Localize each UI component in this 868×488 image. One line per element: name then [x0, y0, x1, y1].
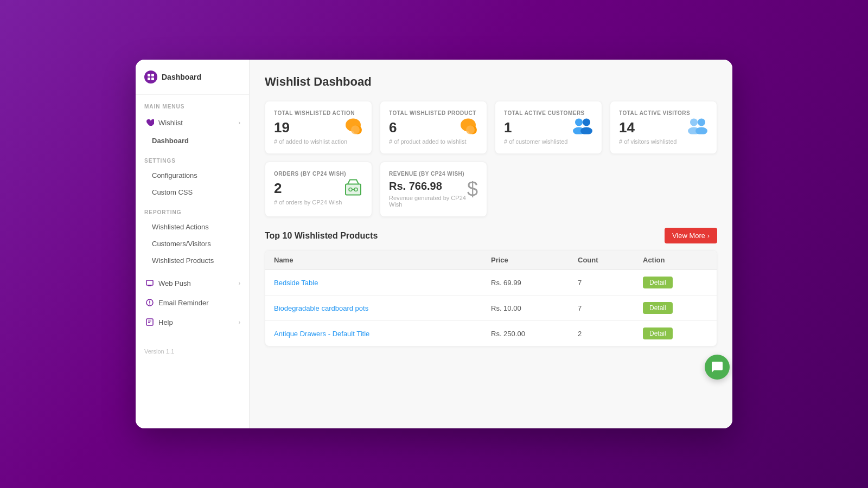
sidebar-item-web-push[interactable]: Web Push ›	[136, 273, 249, 293]
col-count: Count	[578, 256, 643, 264]
stat-label-0: TOTAL WISHLISTED ACTION	[274, 110, 363, 116]
col-action: Action	[643, 256, 708, 264]
svg-point-20	[583, 119, 590, 126]
sidebar-item-customers-visitors[interactable]: Customers/Visitors	[136, 235, 249, 252]
detail-button-1[interactable]: Detail	[643, 302, 673, 314]
stat-card-active-visitors: TOTAL ACTIVE VISITORS 14 # of visitors w…	[610, 101, 717, 154]
sidebar-item-email-reminder[interactable]: Email Reminder	[136, 293, 249, 312]
sidebar-item-custom-css[interactable]: Custom CSS	[136, 184, 249, 201]
product-price-0: Rs. 69.99	[491, 279, 578, 287]
svg-rect-4	[146, 280, 153, 285]
svg-point-18	[575, 119, 583, 126]
section-title: Top 10 Wishlisted Products	[265, 231, 378, 241]
svg-point-14	[351, 126, 360, 134]
main-menus-label: MAIN MENUS	[136, 95, 249, 113]
chevron-right-icon: ›	[239, 120, 240, 126]
stats-grid-row1: TOTAL WISHLISTED ACTION 19 # of added to…	[265, 101, 717, 154]
sidebar-item-wishlisted-products[interactable]: Wishlisted Products	[136, 252, 249, 269]
stat-card-wishlisted-action: TOTAL WISHLISTED ACTION 19 # of added to…	[265, 101, 372, 154]
svg-point-17	[466, 126, 475, 134]
table-row: Antique Drawers - Default Title Rs. 250.…	[265, 321, 717, 346]
product-action-0[interactable]: Detail	[643, 277, 708, 288]
view-more-button[interactable]: View More ›	[665, 228, 717, 243]
web-push-icon	[144, 278, 155, 288]
table-row: Bedside Table Rs. 69.99 7 Detail	[265, 270, 717, 296]
svg-rect-2	[148, 78, 150, 80]
empty-stat-4	[610, 162, 717, 217]
detail-button-2[interactable]: Detail	[643, 328, 673, 339]
stat-label-revenue: REVENUE (BY CP24 WISH)	[389, 171, 478, 177]
svg-rect-3	[151, 78, 154, 80]
stat-desc-1: # of product added to wishlist	[389, 138, 478, 145]
email-reminder-label: Email Reminder	[158, 299, 240, 307]
dashboard-icon	[144, 70, 157, 84]
product-price-2: Rs. 250.00	[491, 330, 578, 338]
page-title: Wishlist Dashboad	[265, 75, 717, 89]
svg-point-24	[698, 119, 705, 126]
sidebar-item-wishlisted-actions[interactable]: Wishlisted Actions	[136, 219, 249, 235]
stat-card-revenue: REVENUE (BY CP24 WISH) Rs. 766.98 Revenu…	[380, 162, 487, 217]
product-name-2[interactable]: Antique Drawers - Default Title	[274, 330, 491, 338]
sidebar-item-configurations[interactable]: Configurations	[136, 167, 249, 184]
email-reminder-icon	[144, 297, 155, 308]
wishlisted-products-label: Wishlisted Products	[152, 256, 240, 265]
dashboard-nav-label: Dashboard	[152, 137, 240, 145]
custom-css-label: Custom CSS	[152, 188, 240, 196]
table-header: Name Price Count Action	[265, 251, 717, 270]
product-action-1[interactable]: Detail	[643, 302, 708, 314]
product-price-1: Rs. 10.00	[491, 304, 578, 312]
sidebar-item-dashboard[interactable]: Dashboard	[136, 132, 249, 149]
stat-value-revenue: Rs. 766.98	[389, 180, 478, 192]
stat-card-active-customers: TOTAL ACTIVE CUSTOMERS 1 # of customer w…	[495, 101, 602, 154]
col-price: Price	[491, 256, 578, 264]
product-name-1[interactable]: Biodegradable cardboard pots	[274, 304, 491, 312]
settings-section-label: SETTINGS	[136, 149, 249, 167]
svg-rect-5	[148, 285, 151, 286]
stats-grid-row2: ORDERS (BY CP24 WISH) 2 # of orders by C…	[265, 162, 717, 217]
svg-rect-1	[151, 74, 154, 76]
stat-icon-revenue: $	[467, 178, 478, 201]
products-table: Name Price Count Action Bedside Table Rs…	[265, 250, 717, 346]
detail-button-0[interactable]: Detail	[643, 277, 673, 288]
stat-icon-1	[458, 116, 478, 139]
table-row: Biodegradable cardboard pots Rs. 10.00 7…	[265, 296, 717, 321]
svg-rect-0	[148, 74, 150, 76]
stat-label-orders: ORDERS (BY CP24 WISH)	[274, 171, 363, 177]
wishlist-label: Wishlist	[158, 119, 239, 127]
help-chevron-icon: ›	[239, 319, 240, 325]
customers-visitors-label: Customers/Visitors	[152, 240, 240, 248]
col-name: Name	[274, 256, 491, 264]
product-count-1: 7	[578, 304, 643, 312]
product-count-0: 7	[578, 279, 643, 287]
stat-desc-0: # of added to wishlist action	[274, 138, 363, 145]
sidebar-item-wishlist[interactable]: Wishlist ›	[136, 113, 249, 132]
svg-point-8	[149, 304, 150, 304]
product-count-2: 2	[578, 330, 643, 338]
svg-point-22	[690, 119, 698, 126]
stat-desc-2: # of customer wishlisted	[504, 138, 593, 145]
stat-card-orders: ORDERS (BY CP24 WISH) 2 # of orders by C…	[265, 162, 372, 217]
stat-desc-revenue: Revenue generated by CP24 Wish	[389, 195, 478, 208]
web-push-chevron-icon: ›	[239, 280, 240, 286]
stat-icon-0	[343, 116, 363, 139]
sidebar-version: Version 1.1	[136, 332, 249, 363]
web-push-label: Web Push	[158, 279, 239, 287]
main-content: Wishlist Dashboad TOTAL WISHLISTED ACTIO…	[250, 60, 732, 428]
product-action-2[interactable]: Detail	[643, 328, 708, 339]
sidebar-item-help[interactable]: Help ›	[136, 312, 249, 332]
wishlisted-actions-label: Wishlisted Actions	[152, 223, 240, 231]
chat-bubble[interactable]	[705, 355, 730, 380]
configurations-label: Configurations	[152, 171, 240, 179]
stat-label-3: TOTAL ACTIVE VISITORS	[619, 110, 708, 116]
stat-icon-2	[571, 117, 593, 138]
stat-label-1: TOTAL WISHLISTED PRODUCT	[389, 110, 478, 116]
stat-label-2: TOTAL ACTIVE CUSTOMERS	[504, 110, 593, 116]
stat-icon-3	[686, 117, 708, 138]
stat-card-wishlisted-product: TOTAL WISHLISTED PRODUCT 6 # of product …	[380, 101, 487, 154]
help-label: Help	[158, 318, 239, 326]
sidebar: Dashboard MAIN MENUS Wishlist › Dashboar…	[136, 60, 250, 428]
reporting-section-label: REPORTING	[136, 201, 249, 219]
product-name-0[interactable]: Bedside Table	[274, 279, 491, 287]
app-title: Dashboard	[162, 73, 201, 81]
wishlist-icon	[144, 117, 155, 128]
